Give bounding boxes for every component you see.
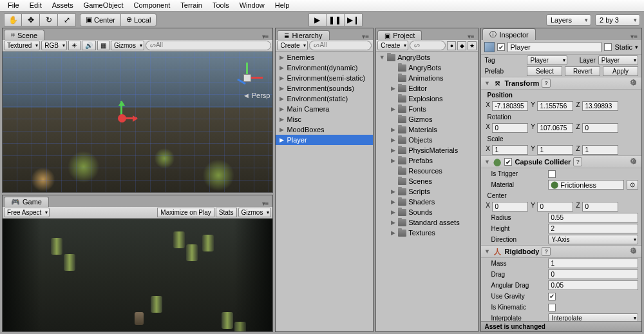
project-item[interactable]: Gizmos xyxy=(376,114,478,124)
scene-light-toggle[interactable]: ☀ xyxy=(68,41,80,50)
height-field[interactable]: 2 xyxy=(548,224,638,233)
center-z-field[interactable]: 0 xyxy=(582,202,618,211)
expand-icon[interactable]: ▶ xyxy=(278,64,285,71)
project-search[interactable]: ᔕ xyxy=(410,41,446,50)
menu-gameobject[interactable]: GameObject xyxy=(79,0,129,11)
expand-icon[interactable]: ▶ xyxy=(390,157,396,164)
expand-icon[interactable]: ▶ xyxy=(390,137,396,143)
prefab-apply-button[interactable]: Apply xyxy=(603,66,638,76)
step-button[interactable]: ▶❙ xyxy=(345,14,363,26)
expand-icon[interactable]: ▶ xyxy=(278,106,285,112)
panel-menu-icon[interactable]: ▾≡ xyxy=(258,33,273,40)
rigidbody-header[interactable]: ▼ 人 Rigidbody ? xyxy=(481,245,641,258)
angular-drag-field[interactable]: 0.05 xyxy=(548,280,638,290)
hierarchy-item[interactable]: ▶Environment(dynamic) xyxy=(276,63,373,73)
menu-window[interactable]: Window xyxy=(234,0,270,11)
hierarchy-item[interactable]: ▶Misc xyxy=(276,114,373,124)
hierarchy-item[interactable]: ▶Enemies xyxy=(276,52,373,63)
menu-assets[interactable]: Assets xyxy=(47,0,79,11)
game-gizmos-dropdown[interactable]: Gizmos xyxy=(238,208,272,217)
trigger-checkbox[interactable] xyxy=(548,170,556,178)
expand-icon[interactable]: ▶ xyxy=(390,219,396,226)
hierarchy-search[interactable]: ᔕAll xyxy=(309,41,372,50)
hierarchy-tree[interactable]: ▶Enemies▶Environment(dynamic)▶Environmen… xyxy=(276,52,373,331)
project-item[interactable]: ▶PhysicMaterials xyxy=(376,145,478,155)
pivot-local-toggle[interactable]: ⊕Local xyxy=(121,14,156,26)
expand-icon[interactable]: ▶ xyxy=(390,209,396,215)
project-item[interactable]: ▶Prefabs xyxy=(376,155,478,166)
search-save-icon[interactable]: ★ xyxy=(468,41,477,50)
expand-icon[interactable]: ▶ xyxy=(278,116,285,123)
expand-icon[interactable]: ▶ xyxy=(390,126,396,133)
panel-menu-icon[interactable]: ▾≡ xyxy=(258,200,273,207)
tag-dropdown[interactable]: Player xyxy=(527,55,567,65)
move-gizmo[interactable] xyxy=(115,101,141,127)
project-item[interactable]: ▼AngryBots xyxy=(376,52,478,63)
scale-z-field[interactable]: 1 xyxy=(582,145,618,155)
panel-menu-icon[interactable]: ▾≡ xyxy=(358,33,373,40)
expand-icon[interactable]: ▶ xyxy=(390,199,396,205)
hierarchy-tab[interactable]: ≣Hierarchy xyxy=(277,30,329,40)
project-item[interactable]: ▶Materials xyxy=(376,124,478,135)
scene-tab[interactable]: ⌗Scene xyxy=(4,30,44,40)
hierarchy-item[interactable]: ▶MoodBoxes xyxy=(276,124,373,135)
prefab-select-button[interactable]: Select xyxy=(527,66,562,76)
drag-field[interactable]: 0 xyxy=(548,270,638,279)
game-viewport[interactable] xyxy=(3,219,272,331)
active-checkbox[interactable]: ✔ xyxy=(497,43,505,51)
expand-icon[interactable]: ▶ xyxy=(278,95,285,102)
layout-dropdown[interactable]: 2 by 3 xyxy=(595,14,640,26)
expand-icon[interactable]: ▼ xyxy=(484,248,490,255)
gear-icon[interactable] xyxy=(630,157,639,166)
pos-y-field[interactable]: 1.155756 xyxy=(537,101,573,111)
hierarchy-item[interactable]: ▶Environment(semi-static) xyxy=(276,73,373,83)
menu-help[interactable]: Help xyxy=(270,0,295,11)
rot-z-field[interactable]: 0 xyxy=(582,123,618,133)
expand-icon[interactable]: ▶ xyxy=(278,137,285,143)
component-enabled-checkbox[interactable]: ✔ xyxy=(504,158,512,166)
expand-icon[interactable]: ▼ xyxy=(484,80,490,86)
pause-button[interactable]: ❚❚ xyxy=(327,14,345,26)
pivot-center-toggle[interactable]: ▣Center xyxy=(80,14,121,26)
expand-icon[interactable]: ▼ xyxy=(379,54,385,61)
hierarchy-item[interactable]: ▶Player xyxy=(276,135,373,145)
menu-component[interactable]: Component xyxy=(128,0,175,11)
rot-y-field[interactable]: 107.0675 xyxy=(537,123,573,133)
scale-y-field[interactable]: 1 xyxy=(537,145,573,155)
prefab-revert-button[interactable]: Revert xyxy=(565,66,600,76)
layers-dropdown[interactable]: Layers xyxy=(546,14,591,26)
maximize-toggle[interactable]: Maximize on Play xyxy=(157,208,214,217)
inspector-tab[interactable]: ⓘInspector xyxy=(482,28,535,40)
rot-x-field[interactable]: 0 xyxy=(492,123,528,133)
project-item[interactable]: ▶Standard assets xyxy=(376,217,478,228)
game-tab[interactable]: 🎮Game xyxy=(4,197,49,207)
hierarchy-create[interactable]: Create xyxy=(277,41,308,50)
object-name-field[interactable] xyxy=(507,42,601,52)
expand-icon[interactable]: ▶ xyxy=(390,106,396,112)
expand-icon[interactable]: ▶ xyxy=(390,230,396,236)
hierarchy-item[interactable]: ▶Environment(static) xyxy=(276,93,373,104)
expand-icon[interactable]: ▶ xyxy=(278,126,285,133)
scale-tool[interactable]: ⤢ xyxy=(58,14,76,26)
rendermode-dropdown[interactable]: RGB xyxy=(41,41,67,50)
gravity-checkbox[interactable]: ✔ xyxy=(548,293,556,300)
search-filter-icon[interactable]: ● xyxy=(447,41,456,50)
project-item[interactable]: ▶Editor xyxy=(376,83,478,93)
expand-icon[interactable]: ▼ xyxy=(484,159,490,165)
play-button[interactable]: ▶ xyxy=(308,14,327,26)
gear-icon[interactable] xyxy=(630,247,639,256)
search-type-icon[interactable]: ◆ xyxy=(457,41,466,50)
panel-menu-icon[interactable]: ▾≡ xyxy=(464,33,478,40)
scene-fx-toggle[interactable]: ▦ xyxy=(97,41,109,50)
expand-icon[interactable]: ▶ xyxy=(390,85,396,92)
project-item[interactable]: ▶Shaders xyxy=(376,197,478,207)
project-item[interactable]: ▶Objects xyxy=(376,135,478,145)
radius-field[interactable]: 0.55 xyxy=(548,213,638,222)
project-item[interactable]: ▶Fonts xyxy=(376,104,478,114)
expand-icon[interactable]: ▶ xyxy=(278,85,285,92)
object-picker-icon[interactable]: ⊙ xyxy=(627,180,638,190)
hierarchy-item[interactable]: ▶Environment(sounds) xyxy=(276,83,373,93)
project-item[interactable]: Resources xyxy=(376,166,478,176)
shading-dropdown[interactable]: Textured xyxy=(4,41,40,50)
menu-edit[interactable]: Edit xyxy=(24,0,47,11)
